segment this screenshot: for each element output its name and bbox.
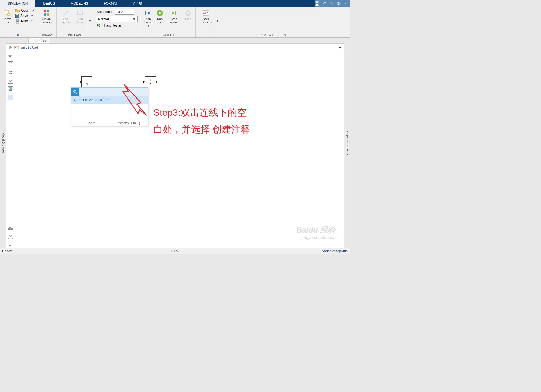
svg-rect-8 xyxy=(16,14,18,15)
svg-rect-20 xyxy=(175,11,176,15)
content-area: Model Browser untitled ⊕ untitled ▼ A≡ « xyxy=(0,38,350,248)
help-dropdown-icon[interactable]: ▼ xyxy=(343,1,348,6)
step-back-button[interactable]: Step Back▼ xyxy=(142,8,153,28)
popup-tab-actions[interactable]: Actions (Ctrl+.) xyxy=(110,120,148,126)
redo-icon[interactable]: ↷ xyxy=(329,1,334,6)
svg-point-31 xyxy=(10,228,11,230)
stop-button[interactable]: Stop xyxy=(183,8,193,22)
library-browser-label: Library Browser xyxy=(41,17,52,24)
svg-text:?: ? xyxy=(338,2,340,5)
fast-restart-button[interactable]: Fast Restart xyxy=(96,23,123,28)
review-dropdown[interactable]: ▼ xyxy=(216,8,219,33)
canvas-palette: A≡ « xyxy=(6,51,15,248)
signal-arrows-icon[interactable] xyxy=(8,70,13,75)
svg-rect-32 xyxy=(9,227,11,228)
search-icon xyxy=(71,88,79,96)
file-group-label: FILE xyxy=(2,33,35,37)
svg-rect-22 xyxy=(187,12,189,14)
prepare-dropdown[interactable]: ▼ xyxy=(88,8,91,33)
status-ready: Ready xyxy=(2,249,12,253)
svg-rect-18 xyxy=(145,11,146,15)
status-bar: Ready 100% VariableStepAuto xyxy=(0,248,350,254)
save-icon[interactable] xyxy=(315,1,320,6)
model-browser-strip[interactable]: Model Browser xyxy=(0,38,6,248)
svg-point-29 xyxy=(9,88,10,89)
stoptime-label: Stop Time xyxy=(97,10,112,14)
ribbon-toolbar: New▼ Open▼ Save▼ Print▼ FILE Library Bro… xyxy=(0,7,350,38)
svg-rect-15 xyxy=(47,13,49,16)
svg-rect-2 xyxy=(316,4,318,6)
svg-rect-34 xyxy=(9,238,10,239)
nav-back-icon[interactable]: ⊕ xyxy=(8,45,12,50)
svg-point-36 xyxy=(74,90,76,92)
model-icon xyxy=(14,45,19,50)
svg-point-16 xyxy=(66,11,68,12)
watermark: Baidu 经验 jingyan.baidu.com xyxy=(296,225,336,240)
svg-rect-17 xyxy=(78,11,83,15)
run-button[interactable]: Run▼ xyxy=(154,8,165,25)
status-zoom[interactable]: 100% xyxy=(171,249,179,253)
annotation-arrow-icon xyxy=(120,83,159,119)
save-button[interactable]: Save▼ xyxy=(14,13,35,18)
main-tab-bar: SIMULATION DEBUG MODELING FORMAT APPS ↶ … xyxy=(0,0,350,7)
image-tool-icon[interactable] xyxy=(8,86,13,92)
log-signals-button[interactable]: Log Signals xyxy=(59,8,72,25)
svg-rect-35 xyxy=(11,238,12,239)
svg-rect-12 xyxy=(44,10,46,12)
zoom-in-icon[interactable] xyxy=(8,53,13,59)
simulate-group-label: SIMULATE xyxy=(142,33,193,37)
library-group-label: LIBRARY xyxy=(40,33,54,37)
tab-format[interactable]: FORMAT xyxy=(96,0,125,7)
status-solver[interactable]: VariableStepAuto xyxy=(322,249,348,253)
simulation-mode-select[interactable]: Normal▼ xyxy=(96,16,138,22)
data-inspector-button[interactable]: Data Inspector xyxy=(198,8,214,25)
tab-modeling[interactable]: MODELING xyxy=(63,0,96,7)
camera-icon[interactable] xyxy=(8,226,13,231)
prepare-group-label: PREPARE xyxy=(59,33,92,37)
popup-tab-blocks[interactable]: Blocks xyxy=(71,120,110,126)
document-tab[interactable]: untitled xyxy=(28,38,50,43)
breadcrumb[interactable]: untitled xyxy=(21,45,38,50)
svg-rect-13 xyxy=(47,10,49,12)
svg-rect-25 xyxy=(15,47,16,48)
model-canvas[interactable]: 1s 1s Create Annotation Blocks xyxy=(15,51,344,248)
stoptime-input[interactable] xyxy=(115,9,134,15)
add-viewer-button[interactable]: Add Viewer xyxy=(74,8,86,25)
svg-rect-14 xyxy=(44,13,46,16)
undo-icon[interactable]: ↶ xyxy=(322,1,327,6)
new-button[interactable]: New▼ xyxy=(2,8,13,25)
help-icon[interactable]: ? xyxy=(336,1,341,6)
svg-rect-33 xyxy=(10,235,11,236)
integrator-block-1[interactable]: 1s xyxy=(81,76,92,87)
print-button[interactable]: Print▼ xyxy=(14,19,35,24)
tutorial-annotation: Step3:双击连线下的空 白处，并选择 创建注释 xyxy=(153,104,250,138)
signal-wire[interactable] xyxy=(93,82,145,82)
area-tool-icon[interactable] xyxy=(8,95,13,100)
tab-apps[interactable]: APPS xyxy=(125,0,150,7)
svg-rect-11 xyxy=(16,22,19,23)
tab-debug[interactable]: DEBUG xyxy=(35,0,63,7)
open-button[interactable]: Open▼ xyxy=(14,8,35,13)
svg-rect-26 xyxy=(17,48,18,48)
collapse-icon[interactable]: « xyxy=(8,243,13,248)
svg-rect-10 xyxy=(16,19,19,21)
library-browser-button[interactable]: Library Browser xyxy=(40,8,54,25)
tab-simulation[interactable]: SIMULATION xyxy=(0,0,35,7)
step-forward-button[interactable]: Step Forward xyxy=(167,8,181,25)
svg-rect-1 xyxy=(316,2,318,3)
review-group-label: REVIEW RESULTS xyxy=(198,33,347,37)
nav-dropdown-icon[interactable]: ▼ xyxy=(338,46,342,50)
hierarchy-icon[interactable] xyxy=(8,234,13,240)
fit-view-icon[interactable] xyxy=(8,61,13,67)
annotation-tool-icon[interactable]: A≡ xyxy=(8,78,13,84)
property-inspector-strip[interactable]: Property Inspector xyxy=(344,38,350,248)
